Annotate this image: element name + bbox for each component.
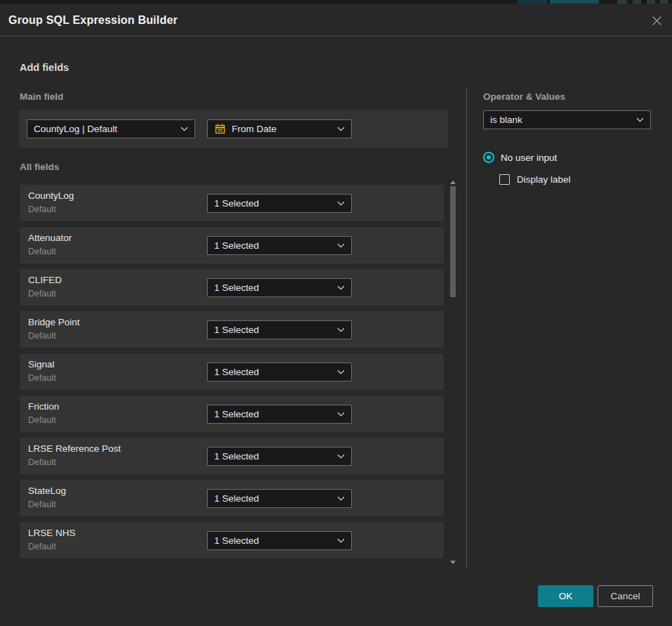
field-selected-count-value: 1 Selected	[214, 451, 333, 462]
display-label-checkbox[interactable]: Display label	[499, 174, 571, 185]
field-selected-count-select[interactable]: 1 Selected	[207, 447, 352, 466]
dialog-group-sql-expression-builder: Group SQL Expression Builder Add fields …	[0, 4, 672, 626]
scrollbar-down-icon[interactable]	[450, 561, 456, 564]
field-selected-count-select[interactable]: 1 Selected	[207, 489, 352, 508]
field-selected-count-select[interactable]: 1 Selected	[207, 194, 352, 213]
no-user-input-radio[interactable]: No user input	[483, 152, 557, 163]
field-selected-count-value: 1 Selected	[214, 409, 333, 419]
main-field-label: Main field	[20, 91, 63, 102]
chevron-down-icon	[337, 412, 345, 417]
field-row: CountyLog Default 1 Selected	[20, 185, 444, 221]
cancel-button[interactable]: Cancel	[598, 585, 653, 607]
operator-values-label: Operator & Values	[483, 91, 565, 102]
field-subtitle: Default	[28, 542, 56, 552]
field-selected-count-select[interactable]: 1 Selected	[207, 320, 352, 339]
vertical-divider	[466, 88, 467, 568]
field-selected-count-select[interactable]: 1 Selected	[207, 236, 352, 255]
chevron-down-icon	[337, 201, 345, 206]
field-selected-count-value: 1 Selected	[214, 282, 333, 293]
field-name: LRSE NHS	[28, 528, 76, 538]
field-name: Attenuator	[28, 233, 72, 243]
chevron-down-icon	[337, 126, 345, 131]
field-selected-count-select[interactable]: 1 Selected	[207, 363, 352, 382]
all-fields-label: All fields	[20, 162, 59, 172]
main-field-field-value: From Date	[232, 124, 333, 134]
field-name: Signal	[28, 359, 55, 370]
chevron-down-icon	[337, 243, 345, 248]
field-selected-count-value: 1 Selected	[214, 240, 333, 251]
dialog-header: Group SQL Expression Builder	[0, 4, 672, 37]
field-row: LRSE Reference Post Default 1 Selected	[20, 438, 444, 474]
screen: Group SQL Expression Builder Add fields …	[0, 0, 672, 626]
field-selected-count-value: 1 Selected	[214, 198, 333, 209]
main-field-source-value: CountyLog | Default	[34, 124, 176, 134]
field-selected-count-select[interactable]: 1 Selected	[207, 278, 352, 297]
add-fields-heading: Add fields	[20, 62, 69, 73]
chevron-down-icon	[636, 117, 644, 122]
field-selected-count-value: 1 Selected	[214, 493, 333, 504]
field-selected-count-value: 1 Selected	[214, 325, 333, 335]
chevron-down-icon	[337, 538, 345, 543]
field-selected-count-value: 1 Selected	[214, 367, 333, 377]
field-row: StateLog Default 1 Selected	[20, 480, 444, 516]
display-label-label: Display label	[517, 174, 571, 185]
chevron-down-icon	[337, 454, 345, 459]
field-subtitle: Default	[28, 415, 56, 425]
field-subtitle: Default	[28, 373, 56, 383]
field-row: Bridge Point Default 1 Selected	[20, 311, 444, 348]
all-fields-list: CountyLog Default 1 Selected Attenuator …	[20, 185, 444, 564]
chevron-down-icon	[337, 285, 345, 290]
scrollbar-up-icon[interactable]	[450, 181, 456, 184]
checkbox-unchecked-icon	[499, 174, 510, 185]
chevron-down-icon	[337, 327, 345, 332]
main-field-field-select[interactable]: From Date	[207, 119, 352, 138]
field-subtitle: Default	[28, 331, 56, 341]
operator-select[interactable]: is blank	[483, 110, 651, 129]
field-name: LRSE Reference Post	[28, 443, 121, 454]
field-name: CountyLog	[28, 190, 74, 201]
close-icon[interactable]	[650, 13, 664, 27]
radio-selected-icon	[483, 152, 494, 163]
field-row: LRSE NHS Default 1 Selected	[20, 522, 444, 559]
ok-button[interactable]: OK	[538, 585, 593, 607]
field-selected-count-value: 1 Selected	[214, 535, 333, 546]
chevron-down-icon	[337, 496, 345, 501]
field-subtitle: Default	[28, 457, 56, 467]
fields-list-scrollbar	[449, 179, 456, 566]
main-field-source-select[interactable]: CountyLog | Default	[27, 119, 195, 138]
field-name: CLIFED	[28, 275, 62, 285]
field-name: Bridge Point	[28, 317, 80, 327]
field-row: CLIFED Default 1 Selected	[20, 269, 444, 306]
operator-value: is blank	[490, 115, 632, 125]
field-subtitle: Default	[28, 247, 56, 256]
field-selected-count-select[interactable]: 1 Selected	[207, 531, 352, 550]
scrollbar-thumb[interactable]	[450, 186, 456, 297]
no-user-input-label: No user input	[501, 152, 557, 163]
calendar-icon	[214, 123, 226, 135]
field-subtitle: Default	[28, 204, 56, 214]
field-row: Signal Default 1 Selected	[20, 353, 444, 390]
field-subtitle: Default	[28, 500, 56, 509]
field-selected-count-select[interactable]: 1 Selected	[207, 405, 352, 424]
field-row: Attenuator Default 1 Selected	[20, 227, 444, 263]
field-name: StateLog	[28, 485, 66, 496]
chevron-down-icon	[180, 126, 188, 131]
chevron-down-icon	[337, 370, 345, 374]
field-name: Friction	[28, 401, 59, 412]
field-subtitle: Default	[28, 289, 56, 299]
dialog-title: Group SQL Expression Builder	[8, 4, 178, 37]
field-row: Friction Default 1 Selected	[20, 396, 444, 432]
main-field-panel: CountyLog | Default From Date	[20, 110, 448, 148]
